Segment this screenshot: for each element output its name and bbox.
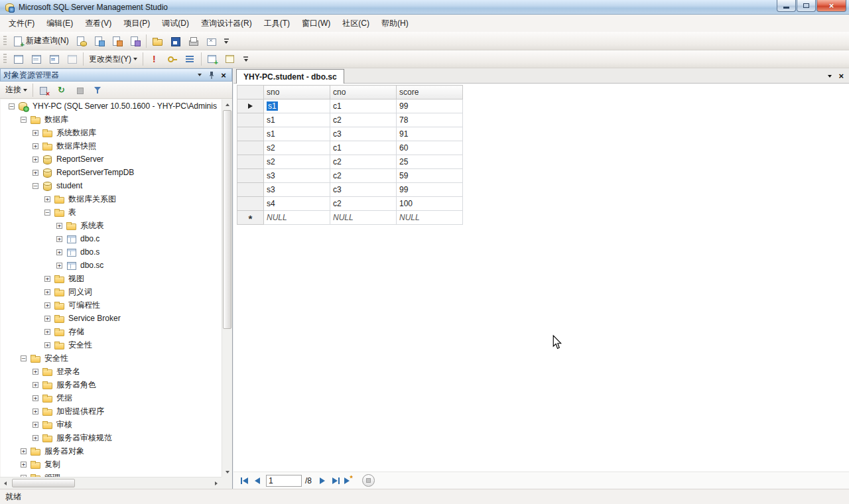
expand-icon[interactable]: + <box>33 422 38 428</box>
expand-icon[interactable]: + <box>33 143 38 149</box>
grid-cell[interactable]: 59 <box>397 169 463 183</box>
grid-cell[interactable]: 99 <box>397 99 463 113</box>
menu-item[interactable]: 编辑(E) <box>40 15 79 32</box>
grid-cell[interactable]: NULL <box>397 211 463 225</box>
menu-item[interactable]: 窗口(W) <box>296 15 336 32</box>
tree-item[interactable]: +登录名 <box>1 365 222 378</box>
row-header[interactable] <box>237 169 264 183</box>
panel-menu-button[interactable] <box>194 70 205 80</box>
tree-item[interactable]: –安全性 <box>1 351 222 365</box>
grid-cell[interactable]: NULL <box>330 211 397 225</box>
tree-item[interactable]: +可编程性 <box>1 298 222 312</box>
grid-cell[interactable]: 99 <box>397 183 463 197</box>
tree-item[interactable]: +dbo.sc <box>1 259 222 272</box>
tree-item[interactable]: –YHY-PC (SQL Server 10.50.1600 - YHY-PC\… <box>1 99 222 113</box>
document-list-chevron-icon[interactable] <box>828 75 832 78</box>
tree-item[interactable]: +数据库关系图 <box>1 192 222 206</box>
panel-close-button[interactable]: × <box>218 70 229 80</box>
collapse-icon[interactable]: – <box>33 183 38 189</box>
tree-vertical-scrollbar[interactable] <box>222 99 232 477</box>
scroll-right-button[interactable] <box>211 477 222 489</box>
expand-icon[interactable]: + <box>21 448 27 454</box>
menu-item[interactable]: 项目(P) <box>117 15 156 32</box>
close-button[interactable]: × <box>816 0 846 12</box>
grid-cell[interactable]: c2 <box>330 197 397 211</box>
tree-item[interactable]: +安全性 <box>1 338 222 351</box>
change-type-button[interactable]: 更改类型(Y) <box>86 52 141 66</box>
save-button[interactable] <box>166 34 184 48</box>
grid-cell[interactable]: c2 <box>330 155 397 169</box>
expand-icon[interactable]: + <box>56 249 62 255</box>
collapse-icon[interactable]: – <box>21 117 27 123</box>
grid-cell[interactable]: s1 <box>264 127 330 141</box>
grid-cell[interactable]: 25 <box>397 155 463 169</box>
add-derived-table-button[interactable] <box>222 52 239 66</box>
scroll-up-button[interactable] <box>222 99 232 109</box>
tree-item[interactable]: +Service Broker <box>1 312 222 325</box>
row-header[interactable] <box>237 197 264 211</box>
menu-item[interactable]: 查看(V) <box>79 15 117 32</box>
grid-cell[interactable]: 78 <box>397 113 463 127</box>
collapse-icon[interactable]: – <box>21 355 27 361</box>
collapse-icon[interactable]: – <box>44 210 50 216</box>
scroll-left-button[interactable] <box>0 477 11 489</box>
expand-icon[interactable]: + <box>56 263 62 269</box>
show-results-pane-button[interactable] <box>63 52 81 66</box>
stop-refresh-button[interactable] <box>362 474 375 487</box>
grid-cell[interactable]: 100 <box>397 197 463 211</box>
tree-item[interactable]: +服务器对象 <box>1 444 222 458</box>
show-diagram-pane-button[interactable] <box>9 52 27 66</box>
move-previous-button[interactable] <box>251 474 264 487</box>
column-header[interactable]: sno <box>264 86 330 99</box>
expand-icon[interactable]: + <box>56 223 62 229</box>
tree-horizontal-scrollbar[interactable] <box>0 477 222 489</box>
menu-item[interactable]: 调试(D) <box>156 15 195 32</box>
tree-item[interactable]: +系统数据库 <box>1 126 222 139</box>
grid-cell[interactable]: s1 <box>264 99 330 113</box>
expand-icon[interactable]: + <box>33 435 38 441</box>
menu-item[interactable]: 社区(C) <box>336 15 375 32</box>
move-first-button[interactable] <box>237 474 251 487</box>
expand-icon[interactable]: + <box>44 196 50 202</box>
tree-item[interactable]: –表 <box>1 206 222 219</box>
execute-sql-button[interactable] <box>145 52 163 66</box>
close-document-button[interactable]: × <box>838 72 844 80</box>
expand-icon[interactable]: + <box>33 369 38 375</box>
tree-item[interactable]: +服务器角色 <box>1 378 222 391</box>
expand-icon[interactable]: + <box>33 382 38 388</box>
tree-item[interactable]: +dbo.c <box>1 232 222 245</box>
expand-icon[interactable]: + <box>33 157 38 162</box>
grid-cell[interactable]: s3 <box>264 169 330 183</box>
tree-item[interactable]: +服务器审核规范 <box>1 431 222 444</box>
grid-cell[interactable]: s1 <box>264 113 330 127</box>
expand-icon[interactable]: + <box>44 276 50 282</box>
row-header[interactable] <box>237 113 264 127</box>
show-sql-pane-button[interactable] <box>45 52 63 66</box>
tree-item[interactable]: –student <box>1 179 222 192</box>
menu-item[interactable]: 工具(T) <box>258 15 296 32</box>
toolbar-overflow-button[interactable] <box>241 56 251 62</box>
tree-item[interactable]: +凭据 <box>1 391 222 405</box>
toolbar-grip[interactable] <box>3 54 7 64</box>
toolbar-grip[interactable] <box>3 36 7 46</box>
tree-item[interactable]: +dbo.s <box>1 245 222 259</box>
expand-icon[interactable]: + <box>33 409 38 414</box>
menu-item[interactable]: 文件(F) <box>3 15 40 32</box>
expand-icon[interactable]: + <box>33 395 38 401</box>
expand-icon[interactable]: + <box>33 170 38 176</box>
menu-item[interactable]: 帮助(H) <box>375 15 415 32</box>
print-button[interactable] <box>184 34 202 48</box>
tree-item[interactable]: +系统表 <box>1 219 222 232</box>
row-header[interactable] <box>237 99 264 113</box>
verify-sql-button[interactable] <box>163 52 181 66</box>
scrollbar-thumb[interactable] <box>223 110 231 329</box>
tree-item[interactable]: +视图 <box>1 272 222 285</box>
move-last-button[interactable] <box>329 474 342 487</box>
grid-corner[interactable] <box>237 86 264 99</box>
tree-item[interactable]: +审核 <box>1 418 222 431</box>
grid-cell[interactable]: 91 <box>397 127 463 141</box>
grid-cell[interactable]: c1 <box>330 99 397 113</box>
expand-icon[interactable]: + <box>44 342 50 348</box>
grid-cell[interactable]: s2 <box>264 155 330 169</box>
tree-item[interactable]: +ReportServer <box>1 153 222 166</box>
